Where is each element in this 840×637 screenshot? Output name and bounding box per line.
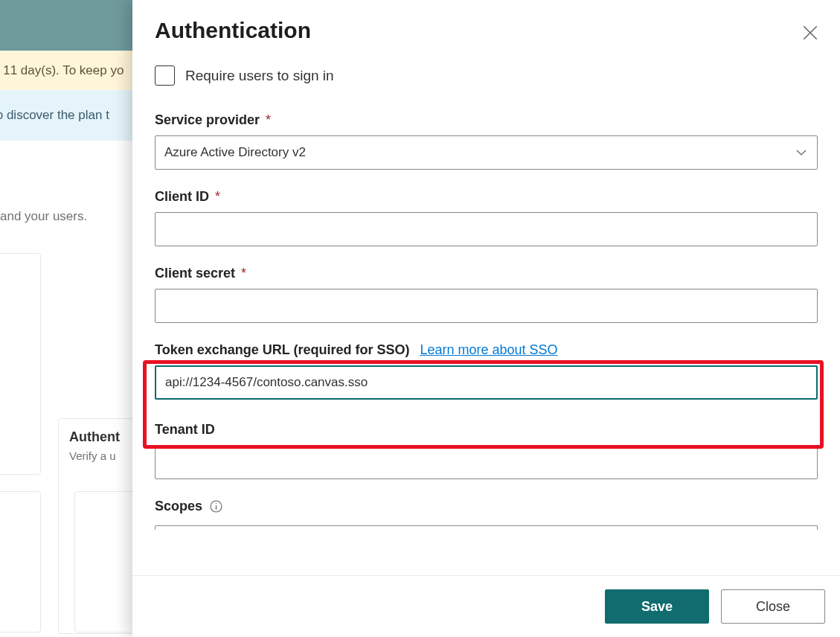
require-signin-label: Require users to sign in	[185, 68, 334, 84]
panel-header: Authentication	[155, 18, 818, 43]
trial-banner-text: n 11 day(s). To keep yo	[0, 63, 124, 78]
panel-footer: Save Close	[132, 575, 840, 637]
token-exchange-label-text: Token exchange URL (required for SSO)	[155, 342, 409, 358]
tenant-id-input[interactable]	[155, 445, 818, 479]
close-panel-button[interactable]	[800, 22, 821, 43]
info-icon[interactable]	[210, 500, 222, 513]
scopes-label-text: Scopes	[155, 499, 202, 514]
tenant-id-field: Tenant ID	[155, 422, 818, 479]
client-secret-field: Client secret *	[155, 266, 818, 323]
require-signin-checkbox[interactable]	[155, 65, 175, 86]
token-exchange-input[interactable]	[155, 365, 818, 400]
service-provider-label: Service provider *	[155, 112, 818, 128]
client-id-label: Client ID *	[155, 189, 818, 205]
panel-body: Authentication Require users to sign in …	[132, 0, 840, 575]
bg-card	[0, 253, 41, 475]
client-id-input[interactable]	[155, 212, 818, 246]
panel-title: Authentication	[155, 18, 311, 43]
learn-more-sso-link[interactable]: Learn more about SSO	[420, 342, 557, 358]
scopes-label: Scopes	[155, 499, 818, 514]
svg-point-4	[216, 503, 217, 504]
service-provider-select-wrap	[155, 135, 818, 170]
client-id-label-text: Client ID	[155, 189, 209, 205]
save-button[interactable]: Save	[605, 589, 709, 624]
service-provider-select[interactable]	[155, 135, 818, 170]
plan-banner-text: to discover the plan t	[0, 108, 109, 123]
bg-subtext: and your users.	[0, 209, 87, 224]
tenant-id-label-text: Tenant ID	[155, 422, 215, 438]
close-button[interactable]: Close	[721, 589, 825, 624]
token-exchange-label: Token exchange URL (required for SSO) Le…	[155, 342, 818, 358]
client-secret-label: Client secret *	[155, 266, 818, 281]
authentication-panel: Authentication Require users to sign in …	[132, 0, 840, 637]
client-secret-label-text: Client secret	[155, 266, 235, 281]
service-provider-field: Service provider *	[155, 112, 818, 170]
bg-card-sub: Verify a u	[69, 449, 133, 462]
bg-card	[74, 491, 134, 633]
service-provider-label-text: Service provider	[155, 112, 260, 128]
scopes-field: Scopes	[155, 499, 818, 534]
close-icon	[803, 25, 818, 40]
client-id-field: Client ID *	[155, 189, 818, 246]
client-secret-input[interactable]	[155, 289, 818, 323]
required-asterisk: *	[266, 112, 271, 128]
required-asterisk: *	[241, 266, 246, 281]
bg-card	[0, 491, 41, 633]
token-exchange-field: Token exchange URL (required for SSO) Le…	[155, 342, 818, 400]
require-signin-row: Require users to sign in	[155, 65, 818, 86]
scopes-input[interactable]	[155, 525, 818, 530]
tenant-id-label: Tenant ID	[155, 422, 818, 438]
bg-card-title: Authent	[69, 429, 133, 445]
required-asterisk: *	[215, 189, 220, 205]
